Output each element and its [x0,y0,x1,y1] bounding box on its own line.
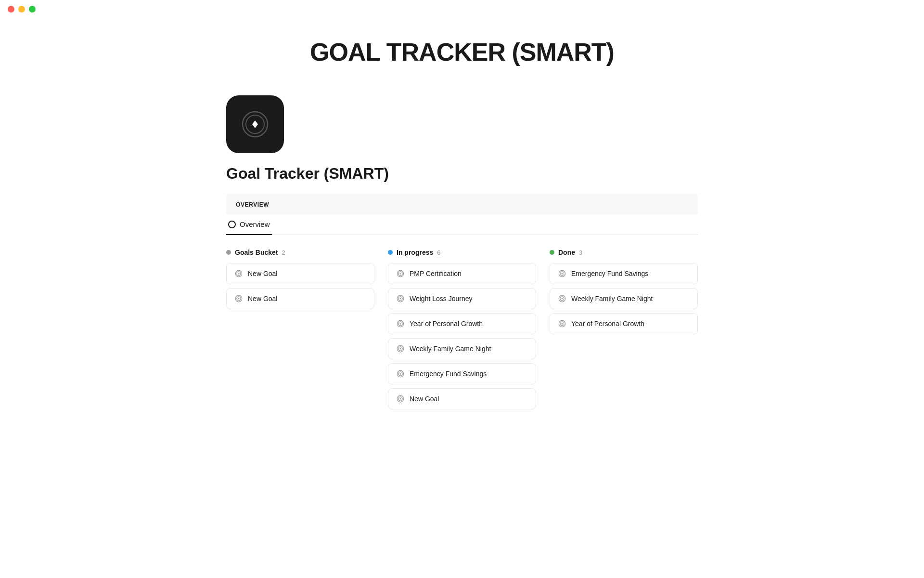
svg-point-10 [400,273,401,275]
target-icon [396,294,405,303]
column-title-done: Done [558,249,575,256]
goal-card[interactable]: Emergency Fund Savings [388,363,536,384]
svg-point-7 [238,298,240,300]
app-subtitle: Goal Tracker (SMART) [226,165,698,183]
goal-card[interactable]: Year of Personal Growth [388,313,536,334]
goal-card[interactable]: Weekly Family Game Night [388,338,536,359]
svg-point-31 [562,298,563,300]
target-icon [234,269,243,278]
svg-point-13 [400,298,401,300]
target-icon [396,269,405,278]
dot-done [550,250,554,255]
goal-card[interactable]: PMP Certification [388,263,536,284]
columns-container: Goals Bucket 2 New Goal New Goal [226,249,698,413]
target-icon [234,294,243,303]
column-title-goals-bucket: Goals Bucket [235,249,278,256]
tab-overview[interactable]: Overview [226,214,272,235]
svg-point-16 [400,323,401,325]
goal-text: Weekly Family Game Night [571,295,653,302]
goal-text: New Goal [248,295,277,302]
column-in-progress: In progress 6 PMP Certification Weight L… [388,249,536,413]
minimize-button[interactable] [18,6,25,13]
svg-point-28 [562,273,563,275]
column-goals-bucket: Goals Bucket 2 New Goal New Goal [226,249,374,313]
tab-nav: Overview [226,214,698,235]
target-icon [396,394,405,403]
goal-card[interactable]: Emergency Fund Savings [550,263,698,284]
column-header-in-progress: In progress 6 [388,249,536,256]
overview-tab-bar: OVERVIEW [226,194,698,214]
dot-in-progress [388,250,393,255]
target-icon [396,369,405,378]
goal-text: Emergency Fund Savings [410,370,487,378]
tab-circle-icon [228,221,236,228]
svg-point-4 [238,273,240,275]
svg-point-34 [562,323,563,325]
target-icon [558,319,566,328]
maximize-button[interactable] [29,6,36,13]
goal-text: New Goal [248,270,277,277]
tab-overview-label: Overview [240,220,270,228]
column-title-in-progress: In progress [397,249,433,256]
column-done: Done 3 Emergency Fund Savings Weekly Fam… [550,249,698,338]
svg-point-19 [400,348,401,350]
goal-card[interactable]: New Goal [388,388,536,409]
goal-card[interactable]: Year of Personal Growth [550,313,698,334]
goal-text: Emergency Fund Savings [571,270,648,277]
page-title: GOAL TRACKER (SMART) [226,38,698,66]
overview-tab-label: OVERVIEW [236,201,269,208]
target-icon [558,294,566,303]
target-icon [558,269,566,278]
column-count-goals-bucket: 2 [282,249,285,256]
title-bar [0,0,924,18]
dot-goals-bucket [226,250,231,255]
column-header-goals-bucket: Goals Bucket 2 [226,249,374,256]
goal-text: New Goal [410,395,439,403]
goal-card[interactable]: Weekly Family Game Night [550,288,698,309]
column-count-done: 3 [579,249,582,256]
goal-text: Year of Personal Growth [410,320,483,328]
goal-card[interactable]: Weight Loss Journey [388,288,536,309]
column-count-in-progress: 6 [437,249,440,256]
compass-icon [241,110,270,139]
goal-text: Year of Personal Growth [571,320,644,328]
column-header-done: Done 3 [550,249,698,256]
goal-card[interactable]: New Goal [226,263,374,284]
target-icon [396,319,405,328]
goal-text: PMP Certification [410,270,462,277]
main-content: GOAL TRACKER (SMART) Goal Tracker (SMART… [197,18,727,433]
close-button[interactable] [8,6,14,13]
goal-text: Weekly Family Game Night [410,345,491,353]
goal-card[interactable]: New Goal [226,288,374,309]
target-icon [396,344,405,353]
app-icon [226,95,284,153]
svg-point-25 [400,398,401,400]
goal-text: Weight Loss Journey [410,295,472,302]
svg-point-22 [400,373,401,375]
app-icon-container [226,95,698,153]
